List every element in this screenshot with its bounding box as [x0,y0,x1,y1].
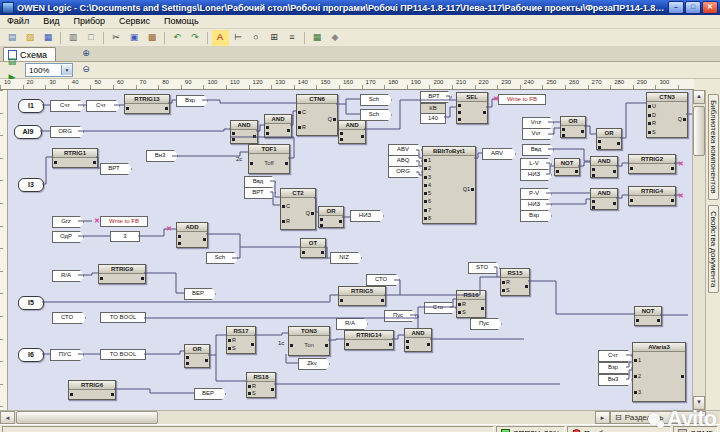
fbd-block-rtrig14[interactable]: RTRIG14 [344,330,394,350]
side-tab-свойства-документа[interactable]: Свойства документа [708,205,719,293]
vertical-scrollbar[interactable]: ▲ ▼ [692,90,705,410]
fbd-value-box-to-bool[interactable]: TO BOOL [100,312,146,323]
fbd-tag-ввд[interactable]: Ввд [522,144,554,156]
fbd-tag-grz[interactable]: Grz [52,216,84,228]
fbd-block-ctn3[interactable]: CTN3UDRSQ [646,92,688,138]
fbd-block-rtrig9[interactable]: RTRIG9 [98,264,146,284]
fbd-block-rtrig1[interactable]: RTRIG1 [52,148,98,168]
fbd-tag-ввд[interactable]: Ввд [244,176,276,188]
fbd-block-rtrig2[interactable]: RTRIG2 [628,154,676,174]
paste-icon[interactable]: ▩ [144,30,161,46]
fbd-block-or[interactable]: OR [560,116,586,138]
fbd-block-not[interactable]: NOT [634,306,662,326]
schema-canvas[interactable]: I1СчтСчтRTRIG13ВзрANDANDCTN6CRQSchSchAND… [0,90,692,410]
fbd-tag-вн3[interactable]: Вн3 [146,150,178,162]
vertical-scroll-thumb[interactable] [693,106,705,156]
fbd-block-rtrig6[interactable]: RTRIG6 [68,380,116,400]
fbd-tag-врт[interactable]: ВРТ [244,187,276,199]
fbd-block-ton3[interactable]: TON3Ton [288,326,330,356]
fbd-block-rtrig13[interactable]: RTRIG13 [124,94,170,114]
fbd-tag-r-a[interactable]: R/A [336,318,368,330]
fbd-block-and[interactable]: AND [264,114,292,138]
fbd-block-rs18[interactable]: RS18RS [246,372,276,398]
fbd-input-i5[interactable]: I5 [18,296,44,310]
menu-item-прибор[interactable]: Прибор [66,15,112,28]
fbd-input-ai9[interactable]: AI9 [14,125,42,139]
fbd-block-or[interactable]: OR [596,128,622,150]
fbd-tag-abq[interactable]: ABQ [388,155,422,167]
menu-item-сервис[interactable]: Сервис [112,15,157,28]
fbd-block-ctn6[interactable]: CTN6CRQ [296,94,338,136]
highlight-a-icon[interactable]: A [212,30,229,46]
close-button[interactable]: ✕ [702,1,718,14]
fbd-tag-zkv[interactable]: Zkv [298,358,330,370]
fbd-block-and[interactable]: AND [404,328,432,352]
fbd-tag-sto[interactable]: STO [468,262,500,274]
save-icon[interactable]: ▦ [40,30,57,46]
fbd-tag-взр[interactable]: Взр [520,210,552,222]
fbd-tag-вер[interactable]: ВЕР [194,388,226,400]
page-check-icon[interactable]: ▤ [4,54,21,70]
fbd-tag-сто[interactable]: СТО [52,312,86,324]
fbd-block-rs16[interactable]: RS16RS [456,290,486,318]
fbd-tag-врт[interactable]: ВРТ [420,91,452,103]
fbd-value-box-3[interactable]: 3 [110,231,140,242]
fbd-block-rs15[interactable]: RS15RS [500,268,530,296]
fbd-input-i3[interactable]: I3 [18,178,44,192]
fbd-value-box-140[interactable]: 140 [420,113,446,124]
redo-icon[interactable]: ↷ [187,30,204,46]
fbd-block-bbittobyt1[interactable]: BBItToByt112345678Q1 [422,146,476,224]
print-icon[interactable]: ▥ [65,30,82,46]
fbd-input-i1[interactable]: I1 [18,99,44,113]
fbd-block-or[interactable]: OR [184,344,210,368]
fbd-tag-вер[interactable]: ВЕР [184,288,216,300]
fbd-tag-сто[interactable]: Сто [424,302,456,314]
fbd-tag-пус[interactable]: ПУС [50,349,84,361]
fbd-block-rtrig4[interactable]: RTRIG4 [628,186,676,206]
open-icon[interactable]: ▨ [22,30,39,46]
fbd-tag-взр[interactable]: Взр [176,95,208,107]
scroll-down-arrow[interactable]: ▼ [693,396,705,410]
fbd-tag-сто[interactable]: СТО [366,274,400,286]
fbd-tag-org[interactable]: ORG [388,166,422,178]
fbd-tag-vnz[interactable]: Vnz [522,117,554,129]
fbd-tag-vvr[interactable]: Vvr [522,128,554,140]
comment-icon[interactable]: ≡ [284,30,301,46]
fbd-block-rs17[interactable]: RS17RS [226,326,256,354]
horizontal-scrollbar[interactable] [15,411,595,424]
fbd-tag-вн3[interactable]: Вн3 [598,374,632,386]
maximize-button[interactable]: □ [685,1,701,14]
side-tab-библиотека-компонентов[interactable]: Библиотека компонентов [708,94,719,200]
undo-icon[interactable]: ↶ [169,30,186,46]
cut-icon[interactable]: ✂ [108,30,125,46]
fbd-tag-r-a[interactable]: R/A [52,270,84,282]
fbd-block-not[interactable]: NOT [554,158,580,176]
fbd-tag-arv[interactable]: ARV [482,148,516,160]
menu-item-вид[interactable]: Вид [36,15,66,28]
fbd-tag-одр[interactable]: ОдР [52,231,84,243]
coil-icon[interactable]: ○ [248,30,265,46]
fbd-value-box-write-to-fb[interactable]: Write to FB [498,94,546,105]
fbd-tag-низ[interactable]: НИЗ [350,210,384,222]
function-block-icon[interactable]: ⊞ [266,30,283,46]
fbd-tag-abv[interactable]: ABV [388,144,422,156]
grid-icon[interactable]: ▦ [309,30,326,46]
fbd-block-sel[interactable]: SEL [456,92,488,124]
fbd-tag-пус[interactable]: Пус [384,310,416,322]
menu-item-помощь[interactable]: Помощь [157,15,206,28]
order-icon[interactable]: ◆ [327,30,344,46]
fbd-tag-низ[interactable]: НИЗ [520,199,552,211]
fbd-input-i6[interactable]: I6 [18,348,44,362]
fbd-tag-врт[interactable]: ВРТ [100,163,132,175]
fbd-block-or[interactable]: OR [318,206,344,228]
scroll-left-arrow[interactable]: ◄ [0,411,15,424]
fbd-value-box-write-to-fb[interactable]: Write to FB [100,216,148,227]
fbd-block-ct2[interactable]: CT2CRQ [280,188,316,230]
preview-icon[interactable]: □ [83,30,100,46]
split-view-button[interactable]: ⊟ Разделить [610,411,706,424]
contact-icon[interactable]: ⊢ [230,30,247,46]
fbd-tag-взр[interactable]: Взр [598,362,632,374]
fbd-tag-org[interactable]: ORG [50,126,84,138]
chevron-down-icon[interactable]: ▼ [61,65,72,75]
zoom-combo[interactable]: 100% ▼ [25,63,73,77]
